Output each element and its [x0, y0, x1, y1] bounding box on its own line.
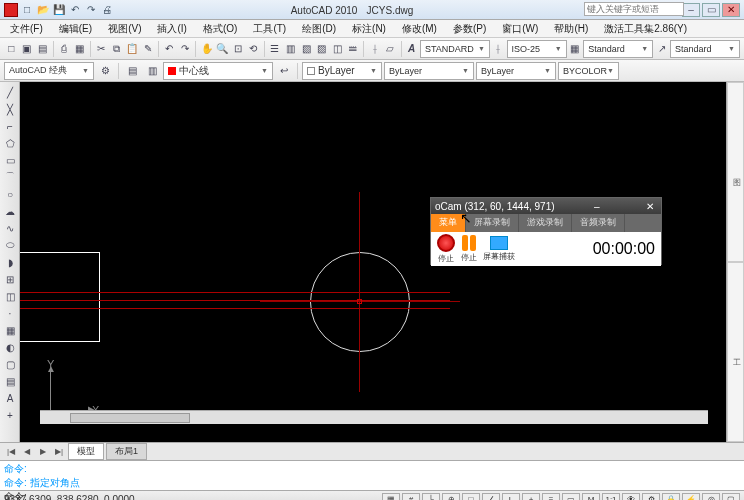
mtext-icon[interactable]: A [2, 390, 18, 406]
redo-icon[interactable]: ↷ [178, 40, 193, 58]
ws-settings-icon[interactable]: ⚙ [96, 62, 114, 80]
menu-format[interactable]: 格式(O) [197, 20, 243, 38]
dist-icon[interactable]: ⟊ [367, 40, 382, 58]
qat-print-icon[interactable]: 🖨 [100, 2, 114, 16]
ocam-titlebar[interactable]: oCam (312, 60, 1444, 971) – ✕ [431, 198, 661, 214]
workspace-dropdown[interactable]: AutoCAD 经典 [4, 62, 94, 80]
table-icon[interactable]: ▦ [568, 40, 583, 58]
undo-icon[interactable]: ↶ [162, 40, 177, 58]
circle-icon[interactable]: ○ [2, 186, 18, 202]
qat-redo-icon[interactable]: ↷ [84, 2, 98, 16]
qat-save-icon[interactable]: 💾 [52, 2, 66, 16]
menu-edit[interactable]: 编辑(E) [53, 20, 98, 38]
tab-model[interactable]: 模型 [68, 443, 104, 460]
paste-icon[interactable]: 📋 [125, 40, 140, 58]
line-icon[interactable]: ╱ [2, 84, 18, 100]
ortho-toggle[interactable]: └ [422, 493, 440, 501]
palette-tab-1[interactable]: 图 [727, 82, 744, 262]
ocam-tab-menu[interactable]: 菜单 [431, 214, 466, 232]
tab-nav-last[interactable]: ▶| [52, 445, 66, 459]
insert-block-icon[interactable]: ⊞ [2, 271, 18, 287]
copy-icon[interactable]: ⧉ [109, 40, 124, 58]
rectangle-icon[interactable]: ▭ [2, 152, 18, 168]
pline-icon[interactable]: ⌐ [2, 118, 18, 134]
isolate-icon[interactable]: ◎ [702, 493, 720, 501]
minimize-button[interactable]: – [682, 3, 700, 17]
tool-palette-icon[interactable]: ▧ [299, 40, 314, 58]
polar-toggle[interactable]: ⊕ [442, 493, 460, 501]
app-logo-icon[interactable] [4, 3, 18, 17]
dyn-toggle[interactable]: + [522, 493, 540, 501]
save-icon[interactable]: ▤ [35, 40, 50, 58]
ducs-toggle[interactable]: L [502, 493, 520, 501]
mleaderstyle-dropdown[interactable]: Standard [670, 40, 740, 58]
menu-parametric[interactable]: 参数(P) [447, 20, 492, 38]
sheet-set-icon[interactable]: ▨ [315, 40, 330, 58]
spline-icon[interactable]: ∿ [2, 220, 18, 236]
properties-icon[interactable]: ☰ [268, 40, 283, 58]
open-icon[interactable]: ▣ [20, 40, 35, 58]
anno-vis-icon[interactable]: 👁 [622, 493, 640, 501]
maximize-button[interactable]: ▭ [702, 3, 720, 17]
menu-dimension[interactable]: 标注(N) [346, 20, 392, 38]
qat-new-icon[interactable]: □ [20, 2, 34, 16]
qp-toggle[interactable]: ▭ [562, 493, 580, 501]
design-center-icon[interactable]: ▥ [283, 40, 298, 58]
hatch-icon[interactable]: ▦ [2, 322, 18, 338]
ws-switch-icon[interactable]: ⚙ [642, 493, 660, 501]
markup-icon[interactable]: ◫ [330, 40, 345, 58]
menu-window[interactable]: 窗口(W) [496, 20, 544, 38]
horizontal-scrollbar[interactable] [40, 410, 708, 424]
dim-icon[interactable]: ⟊ [491, 40, 506, 58]
menu-insert[interactable]: 插入(I) [151, 20, 192, 38]
zoom-prev-icon[interactable]: ⟲ [246, 40, 261, 58]
zoom-icon[interactable]: 🔍 [215, 40, 230, 58]
cut-icon[interactable]: ✂ [94, 40, 109, 58]
snap-toggle[interactable]: ▦ [382, 493, 400, 501]
ellipse-icon[interactable]: ⬭ [2, 237, 18, 253]
menu-express[interactable]: 激活工具集2.86(Y) [598, 20, 693, 38]
text-a-icon[interactable]: A [404, 40, 419, 58]
dimstyle-dropdown[interactable]: ISO-25 [507, 40, 567, 58]
hardware-accel-icon[interactable]: ⚡ [682, 493, 700, 501]
xline-icon[interactable]: ╳ [2, 101, 18, 117]
model-toggle[interactable]: M [582, 493, 600, 501]
tab-nav-first[interactable]: |◀ [4, 445, 18, 459]
area-icon[interactable]: ▱ [383, 40, 398, 58]
command-line[interactable]: 命令: 命令: 指定对角点 命令: [0, 460, 744, 490]
menu-file[interactable]: 文件(F) [4, 20, 49, 38]
zoom-window-icon[interactable]: ⊡ [231, 40, 246, 58]
addselected-icon[interactable]: + [2, 407, 18, 423]
table-draw-icon[interactable]: ▤ [2, 373, 18, 389]
palette-tab-2[interactable]: 工 [727, 262, 744, 442]
osnap-toggle[interactable]: □ [462, 493, 480, 501]
tab-nav-next[interactable]: ▶ [36, 445, 50, 459]
tab-layout1[interactable]: 布局1 [106, 443, 147, 460]
lwt-toggle[interactable]: ≡ [542, 493, 560, 501]
otrack-toggle[interactable]: ∠ [482, 493, 500, 501]
menu-view[interactable]: 视图(V) [102, 20, 147, 38]
ocam-capture-button[interactable]: 屏幕捕获 [483, 236, 515, 262]
layer-state-icon[interactable]: ▥ [143, 62, 161, 80]
help-search-input[interactable] [584, 2, 684, 16]
ocam-window[interactable]: oCam (312, 60, 1444, 971) – ✕ 菜单 屏幕录制 游戏… [430, 197, 662, 265]
color-dropdown[interactable]: ByLayer [302, 62, 382, 80]
layer-prev-icon[interactable]: ↩ [275, 62, 293, 80]
revcloud-icon[interactable]: ☁ [2, 203, 18, 219]
ocam-pause-button[interactable]: 停止 [461, 235, 477, 263]
mleader-icon[interactable]: ↗ [654, 40, 669, 58]
gradient-icon[interactable]: ◐ [2, 339, 18, 355]
textstyle-dropdown[interactable]: STANDARD [420, 40, 490, 58]
grid-toggle[interactable]: # [402, 493, 420, 501]
scrollbar-thumb[interactable] [70, 413, 190, 423]
menu-tools[interactable]: 工具(T) [247, 20, 292, 38]
match-icon[interactable]: ✎ [141, 40, 156, 58]
preview-icon[interactable]: ▦ [72, 40, 87, 58]
tab-nav-prev[interactable]: ◀ [20, 445, 34, 459]
ellipse-arc-icon[interactable]: ◗ [2, 254, 18, 270]
lineweight-dropdown[interactable]: ByLayer [476, 62, 556, 80]
menu-draw[interactable]: 绘图(D) [296, 20, 342, 38]
polygon-icon[interactable]: ⬠ [2, 135, 18, 151]
plotstyle-dropdown[interactable]: BYCOLOR [558, 62, 619, 80]
layer-dropdown[interactable]: 中心线 [163, 62, 273, 80]
